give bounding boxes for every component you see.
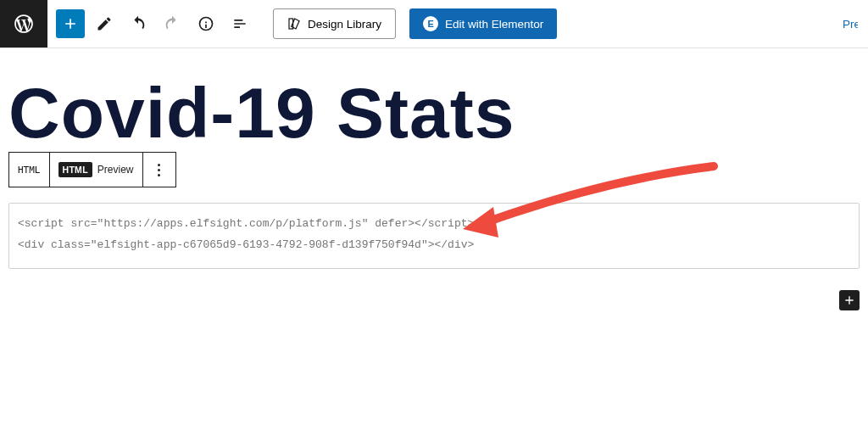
toolbar-tools-group (56, 9, 254, 38)
wordpress-logo-icon[interactable] (0, 0, 47, 48)
html-block-toolbar: HTML HTML Preview (8, 152, 176, 187)
preview-tab[interactable]: Preview (97, 164, 134, 176)
code-line-1: <script src="https://apps.elfsight.com/p… (18, 217, 474, 230)
html-preview-tabs: HTML Preview (50, 153, 143, 187)
design-library-label: Design Library (308, 18, 381, 31)
block-type-indicator[interactable]: HTML (9, 153, 50, 187)
toolbar-divider (0, 48, 868, 48)
redo-button[interactable] (158, 9, 186, 38)
elementor-icon: E (423, 16, 438, 31)
add-block-button[interactable] (56, 9, 85, 38)
design-library-button[interactable]: Design Library (273, 8, 396, 39)
undo-button[interactable] (124, 9, 153, 38)
append-block-button[interactable] (839, 290, 860, 310)
more-options-icon (152, 164, 167, 176)
editor-top-toolbar: Design Library E Edit with Elementor Pre… (0, 0, 868, 48)
edit-with-elementor-button[interactable]: E Edit with Elementor (409, 8, 557, 39)
html-tab[interactable]: HTML (58, 162, 92, 177)
block-more-options[interactable] (143, 153, 175, 187)
elementor-label: Edit with Elementor (445, 18, 543, 31)
custom-html-code-editor[interactable]: <script src="https://apps.elfsight.com/p… (8, 203, 860, 268)
code-line-2: <div class="elfsight-app-c67065d9-6193-4… (18, 238, 474, 251)
html-block-icon: HTML (18, 165, 41, 176)
page-title[interactable]: Covid-19 Stats (8, 75, 860, 150)
preview-link[interactable]: Preview (843, 18, 858, 31)
design-library-icon (287, 17, 301, 31)
edit-tool-icon[interactable] (90, 9, 119, 38)
outline-button[interactable] (225, 9, 254, 38)
editor-canvas: Covid-19 Stats HTML HTML Preview <script… (0, 75, 868, 269)
info-button[interactable] (192, 9, 220, 38)
